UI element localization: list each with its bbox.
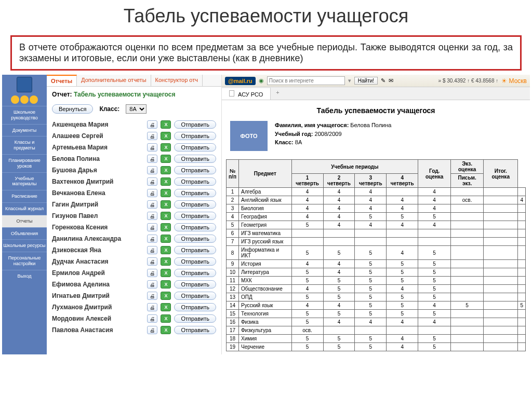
- send-button[interactable]: Отправить: [174, 269, 216, 277]
- send-button[interactable]: Отправить: [174, 155, 216, 163]
- send-button[interactable]: Отправить: [174, 326, 216, 334]
- student-name[interactable]: Гагин Дмитрий: [52, 201, 144, 208]
- sidebar-item[interactable]: Выход: [2, 270, 47, 282]
- sidebar-item[interactable]: Школьное руководство: [2, 106, 47, 124]
- excel-icon[interactable]: [161, 246, 171, 254]
- sidebar-item[interactable]: Классы и предметы: [2, 136, 47, 154]
- send-button[interactable]: Отправить: [174, 120, 216, 129]
- student-name[interactable]: Дудчак Анастасия: [52, 258, 144, 265]
- send-button[interactable]: Отправить: [174, 132, 216, 140]
- send-button[interactable]: Отправить: [174, 177, 216, 186]
- search-input[interactable]: [267, 76, 345, 85]
- send-button[interactable]: Отправить: [174, 189, 216, 197]
- sidebar-item[interactable]: Планирование уроков: [2, 154, 47, 172]
- send-button[interactable]: Отправить: [174, 246, 216, 254]
- excel-icon[interactable]: [161, 314, 171, 323]
- send-button[interactable]: Отправить: [174, 200, 216, 209]
- student-name[interactable]: Артемьева Мария: [52, 144, 144, 151]
- print-icon[interactable]: [147, 132, 157, 140]
- excel-icon[interactable]: [161, 326, 171, 334]
- print-icon[interactable]: [147, 223, 157, 231]
- sidebar-item[interactable]: Расписание: [2, 190, 47, 202]
- back-button[interactable]: Вернуться: [52, 104, 93, 114]
- print-icon[interactable]: [147, 200, 157, 209]
- tab-constructor[interactable]: Конструктор отч: [151, 75, 203, 86]
- student-name[interactable]: Вахтенков Дмитрий: [52, 178, 144, 185]
- student-name[interactable]: Белова Полина: [52, 155, 144, 162]
- send-button[interactable]: Отправить: [174, 212, 216, 220]
- add-tab-button[interactable]: +: [271, 87, 284, 100]
- sidebar-item[interactable]: Отчеты: [2, 215, 47, 227]
- excel-icon[interactable]: [161, 155, 171, 163]
- sidebar-item[interactable]: Объявления: [2, 227, 47, 240]
- excel-icon[interactable]: [161, 257, 171, 266]
- sidebar-item[interactable]: Школьные ресурсы: [2, 239, 47, 252]
- sidebar-item[interactable]: Персональные настройки: [2, 252, 47, 270]
- student-name[interactable]: Игнатьев Дмитрий: [52, 292, 144, 299]
- excel-icon[interactable]: [161, 223, 171, 231]
- send-button[interactable]: Отправить: [174, 303, 216, 311]
- print-icon[interactable]: [147, 326, 157, 334]
- print-icon[interactable]: [147, 189, 157, 197]
- send-button[interactable]: Отправить: [174, 235, 216, 243]
- sidebar-item[interactable]: Классный журнал: [2, 202, 47, 215]
- print-icon[interactable]: [147, 314, 157, 323]
- excel-icon[interactable]: [161, 292, 171, 300]
- excel-icon[interactable]: [161, 212, 171, 220]
- sidebar-item[interactable]: Документы: [2, 124, 47, 136]
- student-name[interactable]: Алашеев Сергей: [52, 132, 144, 140]
- excel-icon[interactable]: [161, 235, 171, 243]
- print-icon[interactable]: [147, 143, 157, 152]
- student-name[interactable]: Ефимова Аделина: [52, 281, 144, 288]
- print-icon[interactable]: [147, 155, 157, 163]
- send-button[interactable]: Отправить: [174, 257, 216, 266]
- tab-additional[interactable]: Дополнительные отчеты: [77, 75, 151, 86]
- send-button[interactable]: Отправить: [174, 166, 216, 174]
- send-button[interactable]: Отправить: [174, 143, 216, 152]
- student-name[interactable]: Вечканова Елена: [52, 189, 144, 197]
- excel-icon[interactable]: [161, 189, 171, 197]
- student-name[interactable]: Бушова Дарья: [52, 167, 144, 174]
- student-name[interactable]: Данилина Александра: [52, 235, 144, 242]
- excel-icon[interactable]: [161, 143, 171, 152]
- print-icon[interactable]: [147, 166, 157, 174]
- print-icon[interactable]: [147, 177, 157, 186]
- excel-icon[interactable]: [161, 177, 171, 186]
- send-button[interactable]: Отправить: [174, 314, 216, 323]
- mail-icon[interactable]: ✉: [389, 77, 393, 84]
- print-icon[interactable]: [147, 257, 157, 266]
- world-icon[interactable]: [20, 95, 29, 104]
- student-name[interactable]: Гизунов Павел: [52, 212, 144, 219]
- sidebar-item[interactable]: Учебные материалы: [2, 172, 47, 190]
- print-icon[interactable]: [147, 303, 157, 311]
- send-button[interactable]: Отправить: [174, 280, 216, 289]
- print-icon[interactable]: [147, 246, 157, 254]
- student-name[interactable]: Лухманов Дмитрий: [52, 304, 144, 311]
- student-name[interactable]: Мордовин Алексей: [52, 315, 144, 322]
- class-select[interactable]: 8А: [126, 104, 147, 114]
- tab-reports[interactable]: Отчеты: [47, 75, 77, 86]
- excel-icon[interactable]: [161, 280, 171, 289]
- excel-icon[interactable]: [161, 303, 171, 311]
- print-icon[interactable]: [147, 269, 157, 277]
- print-icon[interactable]: [147, 120, 157, 129]
- find-button[interactable]: Найти!: [354, 77, 378, 85]
- logout-icon[interactable]: [30, 95, 38, 104]
- student-name[interactable]: Павлова Анастасия: [52, 326, 144, 334]
- mailru-logo[interactable]: @mail.ru: [225, 77, 256, 85]
- excel-icon[interactable]: [161, 166, 171, 174]
- send-button[interactable]: Отправить: [174, 223, 216, 231]
- excel-icon[interactable]: [161, 269, 171, 277]
- print-icon[interactable]: [147, 280, 157, 289]
- student-name[interactable]: Дзиковская Яна: [52, 246, 144, 254]
- excel-icon[interactable]: [161, 132, 171, 140]
- student-name[interactable]: Горенкова Ксения: [52, 224, 144, 231]
- excel-icon[interactable]: [161, 200, 171, 209]
- student-name[interactable]: Акшенцева Мария: [52, 121, 144, 128]
- send-button[interactable]: Отправить: [174, 292, 216, 300]
- print-icon[interactable]: [147, 235, 157, 243]
- edit-icon[interactable]: ✎: [381, 77, 385, 84]
- print-icon[interactable]: [147, 212, 157, 220]
- excel-icon[interactable]: [161, 120, 171, 129]
- browser-tab[interactable]: АСУ РСО: [222, 87, 271, 100]
